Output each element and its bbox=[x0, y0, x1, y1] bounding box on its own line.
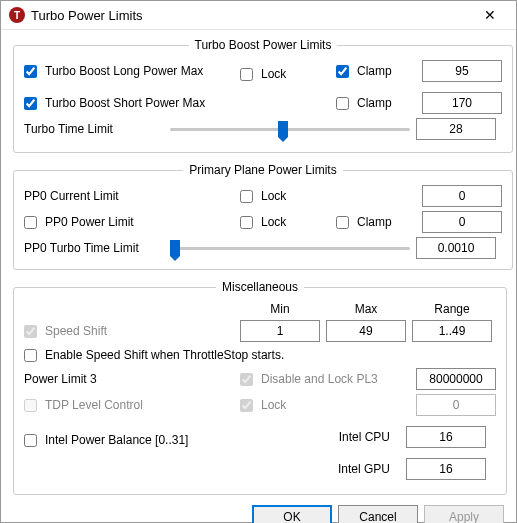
max-header: Max bbox=[326, 302, 406, 316]
disable-pl3-checkbox: Disable and Lock PL3 bbox=[240, 372, 410, 386]
turbo-lock-input[interactable] bbox=[240, 68, 253, 81]
power-limit3-label: Power Limit 3 bbox=[24, 372, 234, 386]
enable-ss-label: Enable Speed Shift when ThrottleStop sta… bbox=[45, 348, 284, 362]
pp0-clamp-label: Clamp bbox=[357, 215, 392, 229]
intel-gpu-value[interactable]: 16 bbox=[406, 458, 486, 480]
clamp1-input[interactable] bbox=[336, 65, 349, 78]
short-power-max-checkbox[interactable]: Turbo Boost Short Power Max bbox=[24, 96, 234, 110]
dialog-body: Turbo Boost Power Limits Turbo Boost Lon… bbox=[1, 30, 516, 505]
pp0-current-label: PP0 Current Limit bbox=[24, 189, 234, 203]
misc-title: Miscellaneous bbox=[216, 280, 304, 294]
clamp2-checkbox[interactable]: Clamp bbox=[336, 96, 416, 110]
apply-button: Apply bbox=[424, 505, 504, 523]
intel-cpu-value[interactable]: 16 bbox=[406, 426, 486, 448]
slider-thumb[interactable] bbox=[278, 121, 288, 137]
short-power-max-label: Turbo Boost Short Power Max bbox=[45, 96, 205, 110]
pp0-lock2-label: Lock bbox=[261, 215, 286, 229]
misc-header-row: Min Max Range bbox=[24, 302, 496, 316]
pp0-lock1-input[interactable] bbox=[240, 190, 253, 203]
pp0-turbo-value[interactable]: 0.0010 bbox=[416, 237, 496, 259]
pp0-lock2-checkbox[interactable]: Lock bbox=[240, 215, 330, 229]
turbo-lock-label: Lock bbox=[261, 67, 286, 81]
long-power-value[interactable]: 95 bbox=[422, 60, 502, 82]
close-button[interactable]: ✕ bbox=[470, 1, 510, 29]
primary-plane-title: Primary Plane Power Limits bbox=[183, 163, 342, 177]
clamp2-input[interactable] bbox=[336, 97, 349, 110]
pp0-lock1-checkbox[interactable]: Lock bbox=[240, 189, 330, 203]
tdp-lock-input bbox=[240, 399, 253, 412]
primary-plane-group: Primary Plane Power Limits PP0 Current L… bbox=[13, 163, 513, 270]
pp0-power-input[interactable] bbox=[24, 216, 37, 229]
disable-pl3-label: Disable and Lock PL3 bbox=[261, 372, 378, 386]
pp0-turbo-row: PP0 Turbo Time Limit 0.0010 bbox=[24, 237, 502, 259]
speed-shift-row: Speed Shift 1 49 1..49 bbox=[24, 320, 496, 342]
power-limit3-value[interactable]: 80000000 bbox=[416, 368, 496, 390]
pp0-current-row: PP0 Current Limit Lock 0 bbox=[24, 185, 502, 207]
slider-track bbox=[170, 128, 410, 131]
intel-cpu-label: Intel CPU bbox=[300, 430, 400, 444]
tdp-lock-checkbox: Lock bbox=[240, 398, 410, 412]
tdp-value: 0 bbox=[416, 394, 496, 416]
window: T Turbo Power Limits ✕ Turbo Boost Power… bbox=[0, 0, 517, 523]
misc-group: Miscellaneous Min Max Range Speed Shift … bbox=[13, 280, 507, 495]
long-power-row: Turbo Boost Long Power Max Lock Clamp 95 bbox=[24, 60, 502, 88]
intel-pb-row1: Intel Power Balance [0..31] Intel CPU 16 bbox=[24, 426, 496, 454]
turbo-boost-title: Turbo Boost Power Limits bbox=[189, 38, 338, 52]
turbo-time-value[interactable]: 28 bbox=[416, 118, 496, 140]
long-power-max-checkbox[interactable]: Turbo Boost Long Power Max bbox=[24, 64, 234, 78]
speed-shift-max[interactable]: 49 bbox=[326, 320, 406, 342]
tdp-input bbox=[24, 399, 37, 412]
intel-pb-checkbox[interactable]: Intel Power Balance [0..31] bbox=[24, 433, 294, 447]
slider-track bbox=[170, 247, 410, 250]
clamp1-checkbox[interactable]: Clamp bbox=[336, 64, 416, 78]
speed-shift-label: Speed Shift bbox=[45, 324, 107, 338]
speed-shift-min[interactable]: 1 bbox=[240, 320, 320, 342]
pp0-turbo-slider[interactable] bbox=[170, 238, 410, 258]
enable-ss-input[interactable] bbox=[24, 349, 37, 362]
long-power-max-input[interactable] bbox=[24, 65, 37, 78]
min-header: Min bbox=[240, 302, 320, 316]
pp0-lock2-input[interactable] bbox=[240, 216, 253, 229]
turbo-boost-group: Turbo Boost Power Limits Turbo Boost Lon… bbox=[13, 38, 513, 153]
pp0-clamp-checkbox[interactable]: Clamp bbox=[336, 215, 416, 229]
tdp-row: TDP Level Control Lock 0 bbox=[24, 394, 496, 416]
pp0-lock1-label: Lock bbox=[261, 189, 286, 203]
pp0-current-value[interactable]: 0 bbox=[422, 185, 502, 207]
pp0-power-checkbox[interactable]: PP0 Power Limit bbox=[24, 215, 234, 229]
intel-pb-row2: Intel GPU 16 bbox=[24, 458, 496, 480]
enable-ss-checkbox[interactable]: Enable Speed Shift when ThrottleStop sta… bbox=[24, 348, 496, 362]
intel-pb-label: Intel Power Balance [0..31] bbox=[45, 433, 188, 447]
clamp2-label: Clamp bbox=[357, 96, 392, 110]
turbo-time-row: Turbo Time Limit 28 bbox=[24, 118, 502, 140]
tdp-lock-label: Lock bbox=[261, 398, 286, 412]
slider-thumb[interactable] bbox=[170, 240, 180, 256]
turbo-lock-checkbox[interactable]: Lock bbox=[240, 67, 330, 81]
pp0-power-value[interactable]: 0 bbox=[422, 211, 502, 233]
pp0-power-label: PP0 Power Limit bbox=[45, 215, 134, 229]
disable-pl3-input bbox=[240, 373, 253, 386]
speed-shift-input bbox=[24, 325, 37, 338]
tdp-checkbox: TDP Level Control bbox=[24, 398, 234, 412]
intel-pb-input[interactable] bbox=[24, 434, 37, 447]
range-header: Range bbox=[412, 302, 492, 316]
window-title: Turbo Power Limits bbox=[31, 8, 143, 23]
pp0-turbo-label: PP0 Turbo Time Limit bbox=[24, 241, 164, 255]
pp0-clamp-input[interactable] bbox=[336, 216, 349, 229]
app-icon: T bbox=[9, 7, 25, 23]
pp0-power-row: PP0 Power Limit Lock Clamp 0 bbox=[24, 211, 502, 233]
short-power-value[interactable]: 170 bbox=[422, 92, 502, 114]
intel-gpu-label: Intel GPU bbox=[300, 462, 400, 476]
long-power-max-label: Turbo Boost Long Power Max bbox=[45, 64, 203, 78]
button-bar: OK Cancel Apply bbox=[1, 505, 516, 523]
short-power-max-input[interactable] bbox=[24, 97, 37, 110]
turbo-time-slider[interactable] bbox=[170, 119, 410, 139]
titlebar-left: T Turbo Power Limits bbox=[9, 7, 143, 23]
titlebar: T Turbo Power Limits ✕ bbox=[1, 1, 516, 30]
clamp1-label: Clamp bbox=[357, 64, 392, 78]
speed-shift-range: 1..49 bbox=[412, 320, 492, 342]
ok-button[interactable]: OK bbox=[252, 505, 332, 523]
cancel-button[interactable]: Cancel bbox=[338, 505, 418, 523]
speed-shift-checkbox: Speed Shift bbox=[24, 324, 234, 338]
close-icon: ✕ bbox=[484, 7, 496, 23]
tdp-label: TDP Level Control bbox=[45, 398, 143, 412]
